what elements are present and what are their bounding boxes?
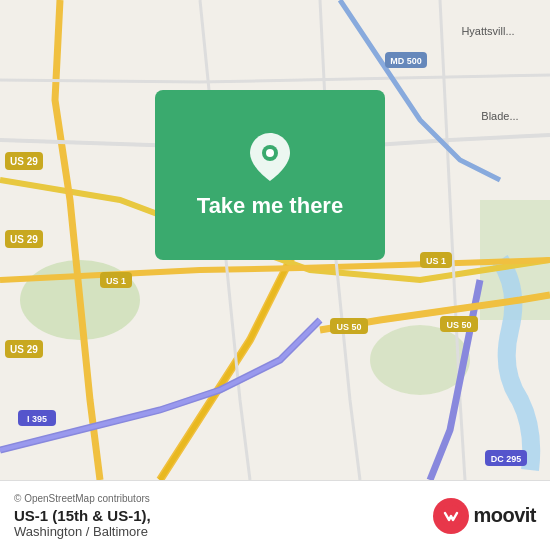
svg-text:US 1: US 1: [426, 256, 446, 266]
svg-text:US 29: US 29: [10, 234, 38, 245]
svg-text:Blade...: Blade...: [481, 110, 518, 122]
moovit-logo: moovit: [433, 498, 536, 534]
bottom-bar: © OpenStreetMap contributors US-1 (15th …: [0, 480, 550, 550]
svg-text:US 1: US 1: [106, 276, 126, 286]
location-pin-icon: [248, 131, 292, 183]
svg-point-2: [370, 325, 470, 395]
map-container: US 29 US 29 US 29 US 1 US 1 US 50 US 50 …: [0, 0, 550, 480]
take-me-there-button[interactable]: Take me there: [155, 90, 385, 260]
svg-text:Hyattsvill...: Hyattsvill...: [461, 25, 514, 37]
svg-text:I 395: I 395: [27, 414, 47, 424]
svg-text:DC 295: DC 295: [491, 454, 522, 464]
location-info: © OpenStreetMap contributors US-1 (15th …: [14, 493, 151, 539]
moovit-text: moovit: [473, 504, 536, 527]
moovit-icon: [433, 498, 469, 534]
svg-point-27: [266, 149, 274, 157]
svg-text:US 29: US 29: [10, 156, 38, 167]
svg-text:US 50: US 50: [446, 320, 471, 330]
location-name: US-1 (15th & US-1),: [14, 507, 151, 524]
svg-text:US 50: US 50: [336, 322, 361, 332]
svg-text:MD 500: MD 500: [390, 56, 422, 66]
location-region: Washington / Baltimore: [14, 524, 151, 539]
map-attribution: © OpenStreetMap contributors: [14, 493, 151, 504]
take-me-there-label: Take me there: [197, 193, 343, 219]
svg-text:US 29: US 29: [10, 344, 38, 355]
